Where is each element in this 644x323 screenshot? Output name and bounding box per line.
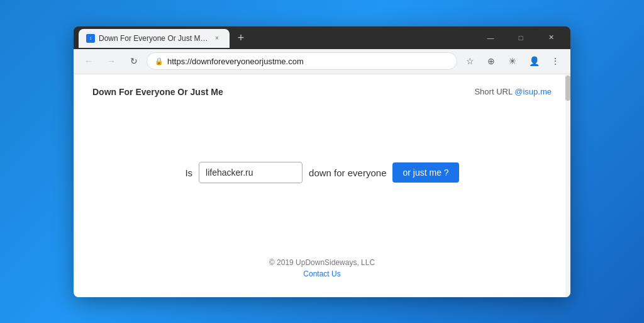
title-bar: ↕ Down For Everyone Or Just Me... × + — …: [74, 26, 570, 49]
page-footer: © 2019 UpDownSideways, LLC Contact Us: [92, 249, 552, 285]
extensions-button[interactable]: ✳: [502, 51, 523, 71]
footer-copyright: © 2019 UpDownSideways, LLC: [92, 258, 552, 267]
new-tab-button[interactable]: +: [232, 30, 250, 47]
address-bar[interactable]: 🔒 https://downforeveryoneorjustme.com: [147, 52, 457, 70]
is-label: Is: [185, 167, 192, 178]
close-button[interactable]: ✕: [536, 26, 565, 49]
scrollbar-thumb[interactable]: [565, 76, 570, 101]
short-url-label-text: Short URL: [474, 87, 514, 96]
short-url: Short URL @isup.me: [474, 87, 552, 96]
site-title: Down For Everyone Or Just Me: [92, 87, 223, 97]
menu-button[interactable]: ⋮: [545, 51, 565, 71]
scrollbar-track[interactable]: [565, 74, 570, 297]
account-button[interactable]: 👤: [524, 51, 544, 71]
url-input[interactable]: [199, 162, 303, 183]
forward-button[interactable]: →: [101, 51, 121, 71]
minimize-button[interactable]: —: [476, 26, 505, 49]
tabs-area: ↕ Down For Everyone Or Just Me... × +: [79, 28, 476, 47]
page-content: Down For Everyone Or Just Me Short URL @…: [74, 74, 570, 297]
shield-button[interactable]: ⊕: [481, 51, 501, 71]
page-header: Down For Everyone Or Just Me Short URL @…: [92, 87, 552, 97]
back-button[interactable]: ←: [79, 51, 99, 71]
page-inner: Down For Everyone Or Just Me Short URL @…: [74, 74, 570, 297]
toolbar: ← → ↻ 🔒 https://downforeveryoneorjustme.…: [74, 49, 570, 74]
bookmark-button[interactable]: ☆: [460, 51, 480, 71]
query-row: Is down for everyone or just me ?: [185, 162, 458, 183]
tab-title: Down For Everyone Or Just Me...: [99, 34, 208, 43]
down-for-everyone-label: down for everyone: [309, 167, 386, 178]
tab-favicon: ↕: [86, 34, 95, 43]
toolbar-actions: ☆ ⊕ ✳ 👤 ⋮: [460, 51, 565, 71]
address-text: https://downforeveryoneorjustme.com: [167, 57, 449, 66]
reload-button[interactable]: ↻: [124, 51, 144, 71]
lock-icon: 🔒: [155, 57, 164, 65]
browser-window: ↕ Down For Everyone Or Just Me... × + — …: [74, 26, 570, 297]
window-controls: — □ ✕: [476, 26, 565, 49]
short-url-link[interactable]: @isup.me: [514, 87, 552, 96]
active-tab[interactable]: ↕ Down For Everyone Or Just Me... ×: [79, 29, 230, 48]
contact-link[interactable]: Contact Us: [92, 269, 552, 278]
tab-close-button[interactable]: ×: [212, 33, 222, 43]
main-content: Is down for everyone or just me ?: [92, 97, 552, 249]
or-just-me-button[interactable]: or just me ?: [392, 162, 458, 183]
maximize-button[interactable]: □: [506, 26, 535, 49]
